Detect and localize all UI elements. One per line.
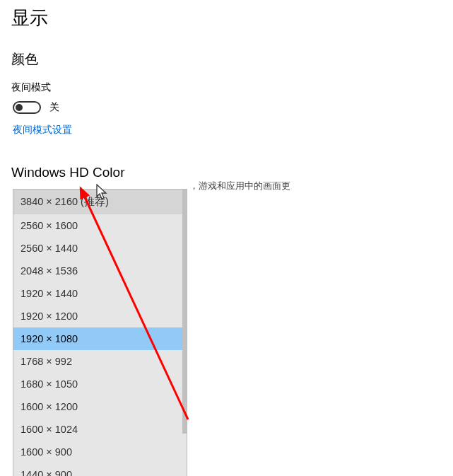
resolution-option[interactable]: 2560 × 1440 [13,237,187,260]
toggle-state-label: 关 [49,101,59,114]
toggle-knob [16,104,23,111]
page-title: 显示 [0,0,453,30]
night-mode-label: 夜间模式 [0,81,453,94]
resolution-option[interactable]: 1920 × 1200 [13,305,187,327]
night-mode-settings-link[interactable]: 夜间模式设置 [0,124,72,137]
night-mode-toggle[interactable] [13,101,41,114]
resolution-option[interactable]: 2560 × 1600 [13,214,187,237]
resolution-option[interactable]: 1920 × 1440 [13,282,187,305]
resolution-option[interactable]: 1768 × 992 [13,350,187,373]
resolution-option[interactable]: 1680 × 1050 [13,373,187,395]
dropdown-scrollbar[interactable] [182,190,187,434]
resolution-option[interactable]: 3840 × 2160 (推荐) [13,190,187,214]
resolution-option[interactable]: 1440 × 900 [13,463,187,476]
resolution-option[interactable]: 2048 × 1536 [13,260,187,282]
resolution-option[interactable]: 1600 × 1024 [13,418,187,441]
color-section-header: 颜色 [0,50,453,69]
hd-color-section-header: Windows HD Color [0,165,453,180]
resolution-option[interactable]: 1600 × 1200 [13,395,187,418]
resolution-option[interactable]: 1600 × 900 [13,441,187,463]
resolution-option[interactable]: 1920 × 1080 [13,327,187,350]
resolution-dropdown[interactable]: 3840 × 2160 (推荐)2560 × 16002560 × 144020… [13,189,187,476]
